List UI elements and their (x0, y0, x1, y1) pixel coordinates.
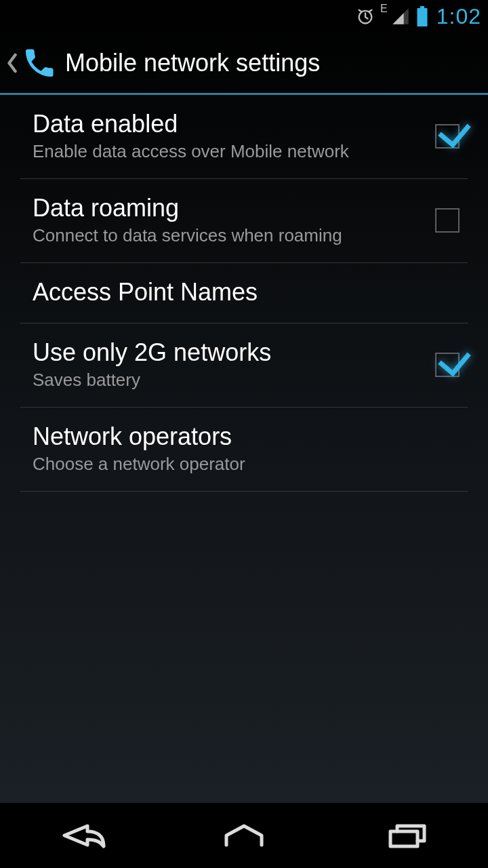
checkbox-data-enabled[interactable] (435, 124, 460, 149)
svg-rect-1 (420, 6, 424, 8)
setting-texts: Access Point Names (33, 278, 468, 307)
checkbox-data-roaming[interactable] (435, 208, 460, 233)
setting-title: Access Point Names (33, 278, 468, 307)
nav-home-button[interactable] (190, 812, 298, 859)
battery-icon (416, 6, 428, 26)
recents-icon (382, 821, 431, 850)
home-icon (217, 821, 271, 850)
signal-icon (390, 7, 411, 26)
setting-summary: Saves battery (33, 370, 420, 391)
setting-texts: Data enabled Enable data access over Mob… (33, 110, 420, 162)
action-bar[interactable]: Mobile network settings (0, 33, 488, 95)
setting-title: Use only 2G networks (33, 338, 420, 367)
screen: E 1:02 (0, 0, 488, 868)
setting-title: Data roaming (33, 194, 420, 222)
phone-icon (20, 44, 58, 82)
setting-data-roaming[interactable]: Data roaming Connect to data services wh… (20, 179, 468, 263)
setting-summary: Enable data access over Mobile network (33, 141, 420, 162)
navigation-bar (0, 803, 488, 868)
back-caret-icon (5, 50, 19, 77)
svg-rect-2 (417, 8, 427, 26)
checkbox-only-2g[interactable] (435, 353, 460, 377)
setting-apn[interactable]: Access Point Names (20, 263, 468, 323)
status-clock: 1:02 (436, 4, 481, 29)
setting-network-operators[interactable]: Network operators Choose a network opera… (20, 408, 468, 492)
setting-texts: Use only 2G networks Saves battery (33, 338, 420, 391)
back-icon (51, 821, 112, 850)
alarm-icon (356, 7, 375, 26)
settings-list: Data enabled Enable data access over Mob… (0, 95, 488, 803)
setting-control (427, 353, 468, 377)
setting-control (427, 208, 468, 233)
setting-texts: Data roaming Connect to data services wh… (33, 194, 420, 246)
nav-back-button[interactable] (27, 812, 136, 859)
setting-summary: Choose a network operator (33, 454, 468, 475)
nav-recents-button[interactable] (352, 812, 461, 859)
setting-only-2g[interactable]: Use only 2G networks Saves battery (20, 323, 468, 408)
network-type-label: E (380, 3, 388, 15)
setting-control (427, 124, 468, 149)
setting-summary: Connect to data services when roaming (33, 225, 420, 246)
status-bar: E 1:02 (0, 0, 488, 33)
setting-data-enabled[interactable]: Data enabled Enable data access over Mob… (20, 95, 468, 179)
setting-title: Data enabled (33, 110, 420, 138)
setting-texts: Network operators Choose a network opera… (33, 422, 468, 475)
setting-title: Network operators (33, 422, 468, 451)
svg-rect-3 (390, 831, 418, 846)
page-title: Mobile network settings (65, 49, 320, 77)
